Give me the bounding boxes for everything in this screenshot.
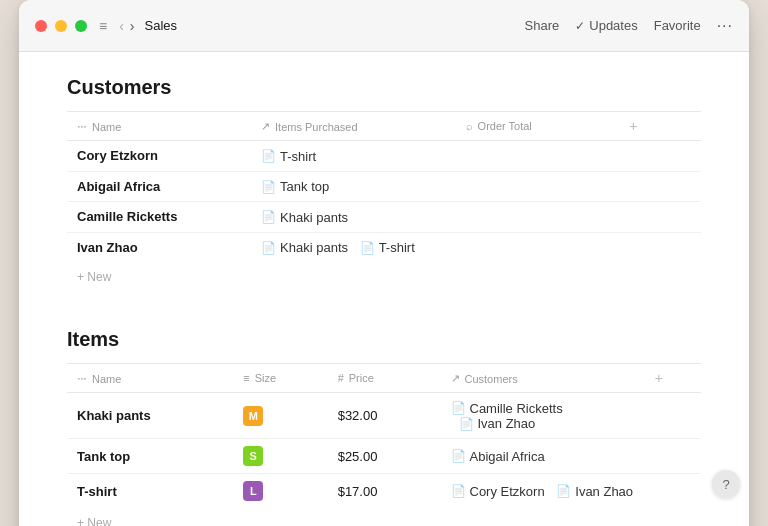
table-row: T-shirt L $17.00 📄 Cory Etzkorn 📄 xyxy=(67,474,701,509)
item-tag: 📄 T-shirt xyxy=(360,240,415,255)
customers-col-items: ↗ Items Purchased xyxy=(251,112,456,141)
doc-icon: 📄 xyxy=(360,241,375,255)
item-customers: 📄 Abigail Africa xyxy=(441,439,645,474)
item-name: Tank top xyxy=(67,439,233,474)
table-row: Ivan Zhao 📄 Khaki pants 📄 T-shirt xyxy=(67,232,701,262)
size-icon: ≡ xyxy=(243,372,249,384)
titlebar: ≡ ‹ › Sales Share ✓ Updates Favorite ··· xyxy=(19,0,749,52)
table-row: Tank top S $25.00 📄 Abigail Africa xyxy=(67,439,701,474)
customer-tag: 📄 Abigail Africa xyxy=(451,449,545,464)
table-row: Abigail Africa 📄 Tank top xyxy=(67,171,701,202)
traffic-lights xyxy=(35,20,87,32)
customer-items: 📄 Khaki pants 📄 T-shirt xyxy=(251,232,456,262)
items-col-customers: ↗ Customers xyxy=(441,364,645,393)
table-row: Khaki pants M $32.00 📄 Camille Ricketts … xyxy=(67,393,701,439)
customers-col-add[interactable]: + xyxy=(619,112,701,141)
main-content: Customers 𝌀 Name ↗ Items xyxy=(19,52,749,526)
size-badge-m: M xyxy=(243,406,263,426)
table-row: Cory Etzkorn 📄 T-shirt xyxy=(67,141,701,172)
customer-items: 📄 Khaki pants xyxy=(251,202,456,233)
doc-icon: 📄 xyxy=(556,484,571,498)
customer-items: 📄 Tank top xyxy=(251,171,456,202)
doc-icon: 📄 xyxy=(261,180,276,194)
customer-items: 📄 T-shirt xyxy=(251,141,456,172)
person-icon: 𝌀 xyxy=(77,120,87,133)
page-title: Sales xyxy=(145,18,178,33)
titlebar-actions: Share ✓ Updates Favorite ··· xyxy=(525,17,733,35)
doc-icon: 📄 xyxy=(451,484,466,498)
share-button[interactable]: Share xyxy=(525,18,560,33)
item-customers: 📄 Cory Etzkorn 📄 Ivan Zhao xyxy=(441,474,645,509)
items-header-row: 𝌀 Name ≡ Size # xyxy=(67,364,701,393)
hash-icon: # xyxy=(338,372,344,384)
customer-order-total xyxy=(456,232,620,262)
item-tag: 📄 T-shirt xyxy=(261,149,316,164)
item-customers: 📄 Camille Ricketts 📄 Ivan Zhao xyxy=(441,393,645,439)
app-window: ≡ ‹ › Sales Share ✓ Updates Favorite ···… xyxy=(19,0,749,526)
customers-new-row[interactable]: + New xyxy=(67,262,701,292)
items-col-add[interactable]: + xyxy=(645,364,701,393)
items-col-name: 𝌀 Name xyxy=(67,364,233,393)
doc-icon: 📄 xyxy=(261,210,276,224)
table-row: Camille Ricketts 📄 Khaki pants xyxy=(67,202,701,233)
item-name: T-shirt xyxy=(67,474,233,509)
breadcrumb-nav: ‹ › Sales xyxy=(119,18,177,34)
customer-tag: 📄 Camille Ricketts xyxy=(451,401,563,416)
maximize-button[interactable] xyxy=(75,20,87,32)
minimize-button[interactable] xyxy=(55,20,67,32)
customer-order-total xyxy=(456,171,620,202)
updates-button[interactable]: ✓ Updates xyxy=(575,18,637,33)
customer-name: Camille Ricketts xyxy=(67,202,251,233)
back-arrow-icon[interactable]: ‹ xyxy=(119,18,124,34)
items-section-title: Items xyxy=(67,328,701,351)
doc-icon: 📄 xyxy=(261,241,276,255)
item-size: M xyxy=(233,393,327,439)
doc-icon: 📄 xyxy=(451,401,466,415)
customer-name: Abigail Africa xyxy=(67,171,251,202)
item-tag: 📄 Tank top xyxy=(261,179,329,194)
arrow-up-right-icon: ↗ xyxy=(261,120,270,133)
person-icon: 𝌀 xyxy=(77,372,87,385)
arrow-up-right-icon: ↗ xyxy=(451,372,460,385)
item-tag: 📄 Khaki pants xyxy=(261,240,348,255)
customer-tag: 📄 Cory Etzkorn xyxy=(451,484,545,499)
size-badge-s: S xyxy=(243,446,263,466)
customer-name: Ivan Zhao xyxy=(67,232,251,262)
customers-section: Customers 𝌀 Name ↗ Items xyxy=(67,76,701,292)
customer-name: Cory Etzkorn xyxy=(67,141,251,172)
help-button[interactable]: ? xyxy=(712,470,740,498)
check-icon: ✓ xyxy=(575,19,585,33)
item-price: $32.00 xyxy=(328,393,441,439)
favorite-button[interactable]: Favorite xyxy=(654,18,701,33)
add-column-icon[interactable]: + xyxy=(655,370,663,386)
customers-section-title: Customers xyxy=(67,76,701,99)
item-price: $25.00 xyxy=(328,439,441,474)
doc-icon: 📄 xyxy=(459,417,474,431)
customers-table: 𝌀 Name ↗ Items Purchased xyxy=(67,111,701,262)
item-size: S xyxy=(233,439,327,474)
items-section: Items 𝌀 Name ≡ Size xyxy=(67,328,701,526)
doc-icon: 📄 xyxy=(451,449,466,463)
customers-col-name: 𝌀 Name xyxy=(67,112,251,141)
item-name: Khaki pants xyxy=(67,393,233,439)
items-col-price: # Price xyxy=(328,364,441,393)
customer-order-total xyxy=(456,202,620,233)
customer-order-total xyxy=(456,141,620,172)
customer-tag: 📄 Ivan Zhao xyxy=(459,416,536,431)
more-options-button[interactable]: ··· xyxy=(717,17,733,35)
customer-tag: 📄 Ivan Zhao xyxy=(556,484,633,499)
items-col-size: ≡ Size xyxy=(233,364,327,393)
doc-icon: 📄 xyxy=(261,149,276,163)
item-tag: 📄 Khaki pants xyxy=(261,210,348,225)
size-badge-l: L xyxy=(243,481,263,501)
customers-header-row: 𝌀 Name ↗ Items Purchased xyxy=(67,112,701,141)
item-size: L xyxy=(233,474,327,509)
forward-arrow-icon[interactable]: › xyxy=(130,18,135,34)
items-table: 𝌀 Name ≡ Size # xyxy=(67,363,701,508)
items-new-row[interactable]: + New xyxy=(67,508,701,526)
hamburger-icon[interactable]: ≡ xyxy=(99,18,107,34)
add-column-icon[interactable]: + xyxy=(629,118,637,134)
item-price: $17.00 xyxy=(328,474,441,509)
search-icon: ⌕ xyxy=(466,120,473,132)
close-button[interactable] xyxy=(35,20,47,32)
